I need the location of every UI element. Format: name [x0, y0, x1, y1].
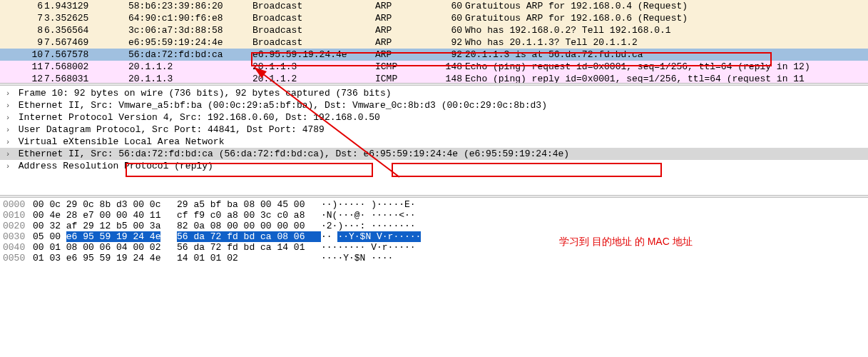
packet-len: 92: [439, 37, 465, 48]
hex-offset: 0040: [3, 242, 33, 253]
caret-icon[interactable]: ›: [3, 126, 13, 134]
packet-src: e6:95:59:19:24:4e: [128, 37, 252, 48]
hex-bytes: 00 32 af 29 12 b5 00 3a: [33, 221, 177, 231]
hex-row[interactable]: 0020 00 32 af 29 12 b5 00 3a 82 0a 08 00…: [0, 221, 868, 231]
packet-info: Who has 192.168.0.2? Tell 192.168.0.1: [465, 25, 671, 36]
packet-no: 8: [0, 25, 44, 36]
packet-row[interactable]: 7 3.352625 64:90:c1:90:f6:e8 Broadcast A…: [0, 12, 868, 24]
packet-no: 6: [0, 1, 44, 11]
packet-time: 7.568002: [44, 61, 128, 72]
packet-proto: ARP: [375, 25, 439, 36]
tree-row-selected[interactable]: › Ethernet II, Src: 56:da:72:fd:bd:ca (5…: [0, 148, 868, 160]
hex-bytes: 82 0a 08 00 00 00 00 00: [177, 221, 321, 231]
packet-row[interactable]: 6 1.943129 58:b6:23:39:86:20 Broadcast A…: [0, 0, 868, 12]
caret-icon[interactable]: ›: [3, 162, 13, 171]
packet-src: 56:da:72:fd:bd:ca: [128, 49, 252, 60]
hex-pane[interactable]: 0000 00 0c 29 0c 8b d3 00 0c 29 a5 bf ba…: [0, 198, 868, 265]
packet-no: 11: [0, 61, 44, 72]
hex-row[interactable]: 0040 00 01 08 00 06 04 00 02 56 da 72 fd…: [0, 242, 868, 253]
hex-selected-bytes: e6 95 59 19 24 4e: [66, 231, 161, 242]
packet-proto: ARP: [375, 49, 439, 60]
packet-no: 7: [0, 13, 44, 24]
packet-list-pane[interactable]: 6 1.943129 58:b6:23:39:86:20 Broadcast A…: [0, 0, 868, 83]
packet-proto: ARP: [375, 1, 439, 11]
packet-dst: Broadcast: [252, 37, 375, 48]
packet-row[interactable]: 11 7.568002 20.1.1.2 20.1.1.3 ICMP 148 E…: [0, 61, 868, 73]
hex-bytes: 01 03 e6 95 59 19 24 4e: [33, 253, 177, 263]
caret-icon[interactable]: ›: [3, 101, 13, 110]
packet-info: Gratuitous ARP for 192.168.0.6 (Request): [465, 13, 688, 24]
packet-info: Who has 20.1.1.3? Tell 20.1.1.2: [465, 37, 638, 48]
packet-time: 6.356564: [44, 25, 128, 36]
packet-dst: 20.1.1.3: [252, 61, 375, 72]
hex-ascii: ·2·)···: ········: [321, 221, 416, 231]
packet-src: 58:b6:23:39:86:20: [128, 1, 252, 11]
hex-offset: 0000: [3, 199, 33, 210]
packet-len: 60: [439, 1, 465, 11]
hex-selected-bytes: 56 da 72 fd bd ca 08 06: [177, 231, 321, 242]
packet-src: 64:90:c1:90:f6:e8: [128, 13, 252, 24]
packet-dst: Broadcast: [252, 25, 375, 36]
packet-info: Echo (ping) request id=0x0001, seq=1/256…: [465, 61, 810, 72]
packet-proto: ICMP: [375, 74, 439, 82]
packet-dst: 20.1.1.2: [252, 74, 375, 82]
tree-row[interactable]: › Ethernet II, Src: Vmware_a5:bf:ba (00:…: [0, 99, 868, 111]
packet-no: 10: [0, 49, 44, 60]
caret-icon[interactable]: ›: [3, 150, 13, 159]
packet-dst: e6:95:59:19:24:4e: [252, 49, 375, 60]
caret-icon[interactable]: ›: [3, 89, 13, 98]
packet-row[interactable]: 9 7.567469 e6:95:59:19:24:4e Broadcast A…: [0, 36, 868, 49]
hex-offset: 0020: [3, 221, 33, 231]
tree-row[interactable]: › Internet Protocol Version 4, Src: 192.…: [0, 111, 868, 124]
tree-row-text: User Datagram Protocol, Src Port: 44841,…: [19, 124, 325, 135]
hex-ascii: ····Y·$N ····: [321, 253, 393, 263]
hex-ascii: ·· ··Y·$N V·r·····: [321, 231, 421, 242]
hex-offset: 0030: [3, 231, 33, 242]
tree-row-text: Address Resolution Protocol (reply): [19, 161, 213, 171]
hex-bytes: cf f9 c0 a8 00 3c c0 a8: [177, 210, 321, 221]
packet-time: 7.568031: [44, 74, 128, 82]
hex-offset: 0010: [3, 210, 33, 221]
hex-bytes: 14 01 01 02: [177, 253, 321, 263]
hex-bytes: 56 da 72 fd bd ca 14 01: [177, 242, 321, 253]
packet-src: 20.1.1.2: [128, 61, 252, 72]
hex-row[interactable]: 0050 01 03 e6 95 59 19 24 4e 14 01 01 02…: [0, 253, 868, 263]
packet-time: 1.943129: [44, 1, 128, 11]
caret-icon[interactable]: ›: [3, 138, 13, 146]
packet-len: 60: [439, 25, 465, 36]
packet-dst: Broadcast: [252, 1, 375, 11]
packet-details-pane[interactable]: › Frame 10: 92 bytes on wire (736 bits),…: [0, 86, 868, 174]
hex-bytes: 05 00 e6 95 59 19 24 4e: [33, 231, 177, 242]
tree-row[interactable]: › Frame 10: 92 bytes on wire (736 bits),…: [0, 87, 868, 99]
hex-bytes: 00 01 08 00 06 04 00 02: [33, 242, 177, 253]
caret-icon[interactable]: ›: [3, 114, 13, 122]
tree-row-text: Ethernet II, Src: Vmware_a5:bf:ba (00:0c…: [19, 100, 547, 111]
hex-ascii: ········ V·r·····: [321, 242, 416, 253]
packet-time: 7.567469: [44, 37, 128, 48]
packet-info: Echo (ping) reply id=0x0001, seq=1/256, …: [465, 74, 805, 82]
packet-info: Gratuitous ARP for 192.168.0.4 (Request): [465, 1, 688, 11]
packet-row[interactable]: 8 6.356564 3c:06:a7:3d:88:58 Broadcast A…: [0, 24, 868, 36]
hex-row[interactable]: 0010 00 4e 28 e7 00 00 40 11 cf f9 c0 a8…: [0, 210, 868, 221]
tree-row[interactable]: › Address Resolution Protocol (reply): [0, 160, 868, 172]
packet-src: 20.1.1.3: [128, 74, 252, 82]
packet-no: 9: [0, 37, 44, 48]
packet-time: 3.352625: [44, 13, 128, 24]
hex-row[interactable]: 0000 00 0c 29 0c 8b d3 00 0c 29 a5 bf ba…: [0, 199, 868, 210]
packet-proto: ARP: [375, 13, 439, 24]
tree-row-text: Internet Protocol Version 4, Src: 192.16…: [19, 112, 380, 123]
packet-no: 12: [0, 74, 44, 82]
tree-row-text: Ethernet II, Src: 56:da:72:fd:bd:ca (56:…: [19, 149, 569, 159]
packet-dst: Broadcast: [252, 13, 375, 24]
tree-row-text: Frame 10: 92 bytes on wire (736 bits), 9…: [19, 88, 392, 99]
packet-time: 7.567578: [44, 49, 128, 60]
hex-row[interactable]: 0030 05 00 e6 95 59 19 24 4e 56 da 72 fd…: [0, 231, 868, 242]
packet-row[interactable]: 12 7.568031 20.1.1.3 20.1.1.2 ICMP 148 E…: [0, 73, 868, 83]
tree-row[interactable]: › User Datagram Protocol, Src Port: 4484…: [0, 124, 868, 136]
tree-row-text: Virtual eXtensible Local Area Network: [19, 136, 225, 147]
packet-proto: ARP: [375, 37, 439, 48]
packet-row-selected[interactable]: 10 7.567578 56:da:72:fd:bd:ca e6:95:59:1…: [0, 49, 868, 61]
packet-len: 60: [439, 13, 465, 24]
packet-len: 148: [439, 61, 465, 72]
tree-row[interactable]: › Virtual eXtensible Local Area Network: [0, 136, 868, 148]
